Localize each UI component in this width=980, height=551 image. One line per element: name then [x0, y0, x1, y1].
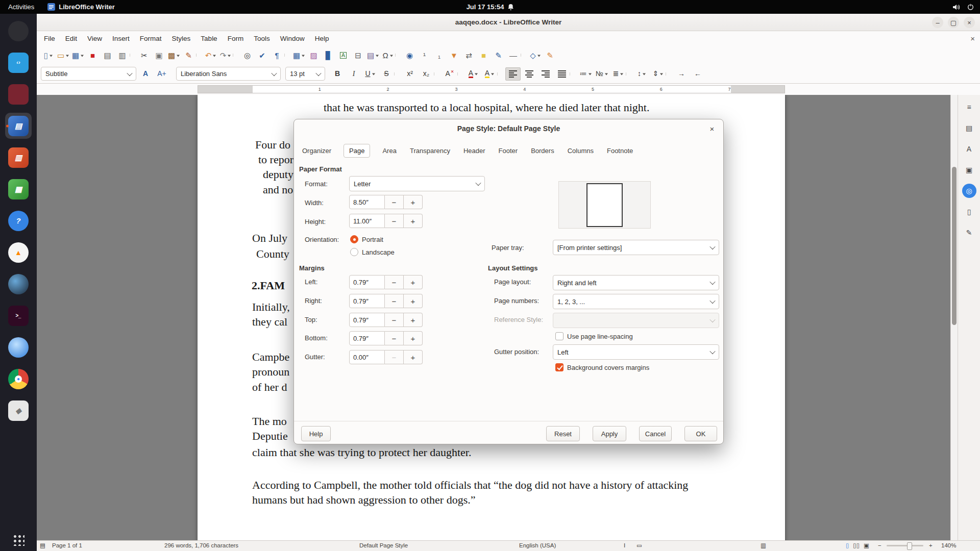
show-applications-icon[interactable] [12, 534, 24, 546]
margin-bottom-increase-button[interactable]: + [404, 331, 423, 345]
tab-page[interactable]: Page [344, 144, 370, 158]
insert-cross-reference-button[interactable]: ⇄ [461, 48, 476, 62]
close-document-button[interactable]: × [970, 34, 975, 43]
dock-libreoffice-calc[interactable]: ▦ [5, 176, 32, 202]
insert-comment-button[interactable]: ■ [476, 48, 491, 62]
outline-list-button[interactable]: ≣ [610, 67, 626, 81]
apply-button[interactable]: Apply [593, 426, 626, 441]
tab-transparency[interactable]: Transparency [409, 144, 451, 157]
menu-form[interactable]: Form [223, 31, 249, 46]
tab-borders[interactable]: Borders [530, 144, 555, 157]
insert-text-box-button[interactable]: A [336, 48, 351, 62]
align-right-button[interactable] [538, 67, 553, 81]
style-inspector-icon[interactable]: ✎ [962, 226, 976, 240]
insert-page-break-button[interactable]: ⊟ [351, 48, 365, 62]
basic-shapes-button[interactable]: ◇ [528, 48, 543, 62]
dock-help[interactable]: ? [5, 208, 32, 234]
margin-left-input[interactable]: 0.79″ [349, 275, 385, 289]
unordered-list-button[interactable]: ≔ [578, 67, 593, 81]
zoom-slider-thumb[interactable] [907, 542, 912, 550]
cancel-button[interactable]: Cancel [639, 426, 672, 441]
margin-right-increase-button[interactable]: + [404, 294, 423, 308]
menu-tools[interactable]: Tools [249, 31, 275, 46]
zoom-level-label[interactable]: 140% [941, 541, 956, 550]
tab-area[interactable]: Area [381, 144, 397, 157]
zoom-in-button[interactable]: + [929, 541, 933, 550]
zoom-slider[interactable] [887, 545, 923, 546]
landscape-radio[interactable] [350, 248, 358, 256]
margin-top-decrease-button[interactable]: − [385, 313, 404, 327]
language-label[interactable]: English (USA) [519, 541, 556, 550]
dialog-titlebar[interactable]: Page Style: Default Page Style × [294, 119, 723, 138]
dock-libreoffice-impress[interactable]: ▥ [5, 144, 32, 170]
page-deck-icon[interactable]: ▯ [962, 205, 976, 219]
undo-button[interactable]: ↶ [203, 48, 218, 62]
dock-browser[interactable] [5, 334, 32, 360]
gutter-position-select[interactable]: Left [553, 344, 719, 360]
menu-help[interactable]: Help [310, 31, 334, 46]
subscript-button[interactable]: x₂ [419, 67, 434, 81]
print-button[interactable]: ▤ [100, 48, 115, 62]
ok-button[interactable]: OK [684, 426, 717, 441]
single-page-view-button[interactable]: ▯ [846, 541, 849, 550]
dock-vlc[interactable]: ▲ [5, 239, 32, 265]
update-style-button[interactable]: A [138, 67, 153, 81]
margin-top-increase-button[interactable]: + [404, 313, 423, 327]
paste-button[interactable]: ▩ [166, 48, 181, 62]
menu-insert[interactable]: Insert [107, 31, 135, 46]
font-size-select[interactable]: 13 pt [285, 67, 325, 81]
properties-icon[interactable]: ▤ [962, 121, 976, 135]
insert-mode-icon[interactable]: I [624, 541, 625, 550]
superscript-button[interactable]: x² [402, 67, 418, 81]
paper-tray-select[interactable]: [From printer settings] [553, 240, 719, 255]
track-changes-button[interactable]: ✎ [491, 48, 506, 62]
page-numbers-select[interactable]: 1, 2, 3, ... [553, 294, 719, 309]
insert-field-button[interactable]: ▤ [365, 48, 380, 62]
clone-formatting-button[interactable]: ✎ [181, 48, 196, 62]
redo-button[interactable]: ↷ [218, 48, 233, 62]
formatting-marks-button[interactable]: ¶ [270, 48, 284, 62]
page-layout-select[interactable]: Right and left [553, 275, 719, 290]
help-button[interactable]: Help [301, 426, 331, 441]
reset-button[interactable]: Reset [546, 426, 580, 441]
gutter-input[interactable]: 0.00″ [349, 350, 385, 364]
multi-page-view-button[interactable]: ▯▯ [853, 541, 860, 550]
export-pdf-button[interactable]: ■ [85, 48, 100, 62]
activities-button[interactable]: Activities [0, 0, 42, 14]
window-titlebar[interactable]: aaqqeo.docx - LibreOffice Writer – ▢ × [37, 14, 980, 31]
dock-vscode[interactable]: ‹› [5, 49, 32, 76]
font-color-button[interactable]: A [465, 67, 481, 81]
gallery-icon[interactable]: ▣ [962, 163, 976, 177]
dock-terminal[interactable]: >_ [5, 303, 32, 329]
scrollbar-thumb[interactable] [952, 167, 957, 325]
background-covers-margins-label[interactable]: Background covers margins [567, 364, 649, 371]
paragraph-style-select[interactable]: Subtitle [41, 67, 136, 81]
open-file-button[interactable]: ▭ [56, 48, 70, 62]
align-left-button[interactable] [505, 67, 521, 81]
book-view-button[interactable]: ▣ [864, 541, 869, 550]
underline-button[interactable]: U [362, 67, 378, 81]
margin-left-decrease-button[interactable]: − [385, 275, 404, 289]
minimize-button[interactable]: – [932, 17, 943, 28]
tab-organizer[interactable]: Organizer [301, 144, 332, 157]
insert-chart-button[interactable]: ▊ [321, 48, 336, 62]
margin-right-decrease-button[interactable]: − [385, 294, 404, 308]
dock-libreoffice-writer[interactable]: ▤ [5, 113, 32, 139]
new-style-button[interactable]: A+ [154, 67, 169, 81]
strikethrough-button[interactable]: S [379, 67, 394, 81]
gutter-decrease-button[interactable]: − [385, 350, 404, 364]
menu-window[interactable]: Window [275, 31, 310, 46]
insert-table-button[interactable]: ▦ [291, 48, 306, 62]
portrait-radio[interactable] [350, 235, 358, 243]
print-preview-button[interactable]: ▥ [115, 48, 130, 62]
dock-ubuntu-software[interactable]: ◆ [5, 397, 32, 423]
dock-steam[interactable] [5, 271, 32, 297]
menu-view[interactable]: View [82, 31, 107, 46]
portrait-label[interactable]: Portrait [362, 236, 383, 243]
insert-endnote-button[interactable]: ₁ [432, 48, 447, 62]
system-status-area[interactable] [952, 4, 974, 10]
tab-header[interactable]: Header [462, 144, 486, 157]
dock-camera-app[interactable] [5, 18, 32, 44]
vertical-scrollbar[interactable] [950, 95, 958, 540]
use-page-line-spacing-label[interactable]: Use page line-spacing [567, 333, 633, 340]
